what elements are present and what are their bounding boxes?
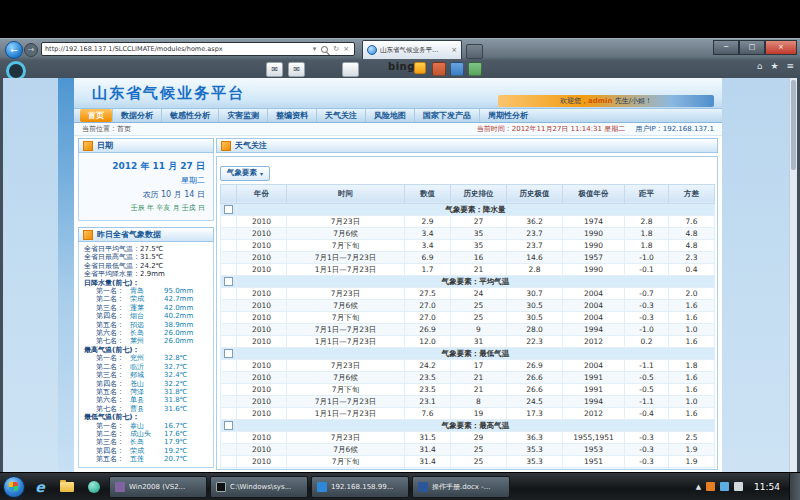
table-row[interactable]: 20107月下旬31.425 35.31951-0.31.9 [221, 455, 715, 467]
table-row[interactable]: 20107月1日—7月23日23.18 24.51994-1.11.0 [221, 395, 715, 407]
nav-item[interactable]: 首页 [80, 109, 112, 122]
tab-close-icon[interactable]: × [451, 46, 457, 54]
nav-item[interactable]: 数据分析 [112, 109, 161, 122]
address-bar[interactable]: http://192.168.137.1/SLCCLIMATE/modules/… [41, 42, 355, 56]
table-row[interactable]: 20107月1日—7月23日26.99 28.01994-1.01.0 [221, 323, 715, 335]
home-icon[interactable]: ⌂ [757, 61, 763, 71]
element-dropdown-button[interactable]: 气象要素 ▾ [220, 166, 270, 181]
stat-line: 全省日平均气温：27.5℃ [84, 245, 211, 253]
col-extreme-year: 极值年份 [563, 184, 625, 203]
table-row[interactable]: 20107月1日—7月23日6.916 14.61957-1.02.3 [221, 251, 715, 263]
explorer-taskbar-icon[interactable] [55, 476, 79, 498]
tray-icon-1[interactable] [706, 482, 715, 491]
tmax-rank-list: 第一名：兖州32.8℃ 第二名：临沂32.7℃ 第三名：郯城32.4℃ 第四名：… [84, 354, 211, 413]
rank-item: 第五名：五莲20.7℃ [84, 455, 211, 463]
page-scrollbar[interactable] [789, 78, 797, 472]
tray-expand-icon[interactable]: ▲ [696, 483, 701, 491]
windows-flag-icon [9, 482, 18, 491]
stop-icon[interactable]: × [341, 45, 351, 53]
close-button[interactable]: × [765, 40, 797, 55]
section-label: 气象要素：降水量 [237, 203, 715, 215]
media-taskbar-icon[interactable] [82, 476, 106, 498]
section-row-avg-temp[interactable]: 气象要素：平均气温 [221, 275, 715, 287]
row-select-cell [221, 407, 237, 419]
rank-station: 泰山 [130, 422, 164, 430]
table-row[interactable]: 20107月23日2.927 36.219742.87.6 [221, 215, 715, 227]
main-nav: 首页 数据分析 敏感性分析 灾害监测 整编资料 天气关注 风险地图 国家下发产品… [74, 108, 722, 123]
rank-item: 第一名：青岛95.0mm [84, 287, 211, 295]
nav-item[interactable]: 风险地图 [365, 109, 414, 122]
search-icon[interactable] [321, 46, 328, 53]
section-checkbox[interactable] [224, 349, 233, 358]
document-icon[interactable] [342, 62, 359, 77]
app-icon [115, 482, 125, 492]
toolbar-icon-3[interactable] [468, 62, 482, 76]
new-tab-button[interactable] [466, 44, 483, 59]
browser-chrome: ← → http://192.168.137.1/SLCCLIMATE/modu… [0, 38, 800, 78]
rank-station: 荣成 [130, 295, 164, 303]
mail-send-icon[interactable]: ✉ [288, 62, 305, 77]
table-row[interactable]: 20107月1日—7月23日31.59 33.01997-1.01.1 [221, 467, 715, 470]
tmax-rank-title: 最高气温(前七)： [84, 346, 211, 354]
nav-item[interactable]: 国家下发产品 [414, 109, 479, 122]
table-row[interactable]: 20101月1日—7月23日12.031 22.320120.21.6 [221, 335, 715, 347]
row-select-cell [221, 359, 237, 371]
calendar-icon [83, 141, 93, 151]
stat-value: 2.9mm [140, 270, 165, 278]
section-row-min-temp[interactable]: 气象要素：最低气温 [221, 347, 715, 359]
maximize-button[interactable]: □ [739, 40, 765, 55]
section-row-precipitation[interactable]: 气象要素：降水量 [221, 203, 715, 215]
mail-icon[interactable]: ✉ [266, 62, 283, 77]
browser-tab[interactable]: 山东省气候业务平... × [362, 40, 462, 59]
bing-logo[interactable]: bing [388, 61, 415, 72]
col-extreme: 历史极值 [507, 184, 563, 203]
minimize-button[interactable]: ─ [713, 40, 739, 55]
nav-item[interactable]: 敏感性分析 [161, 109, 218, 122]
ie-taskbar-icon[interactable]: e [28, 476, 52, 498]
taskbar-window-button[interactable]: C:\Windows\sys... [210, 476, 308, 498]
start-button[interactable] [3, 476, 25, 498]
section-row-max-temp[interactable]: 气象要素：最高气温 [221, 419, 715, 431]
show-desktop-button[interactable] [789, 473, 800, 500]
table-row[interactable]: 20107月6候23.521 26.61991-0.51.6 [221, 371, 715, 383]
rank-label: 第一名： [96, 287, 130, 295]
taskbar-window-button[interactable]: 操作手册.docx -... [412, 476, 510, 498]
section-checkbox[interactable] [224, 277, 233, 286]
toolbar-icon-1[interactable] [432, 62, 446, 76]
nav-item[interactable]: 整编资料 [267, 109, 316, 122]
taskbar-window-button[interactable]: Win2008 (VS2... [109, 476, 207, 498]
nav-item[interactable]: 天气关注 [316, 109, 365, 122]
table-row[interactable]: 20107月6候27.025 30.52004-0.31.6 [221, 299, 715, 311]
table-row[interactable]: 20107月23日31.529 36.31955,1951-0.32.5 [221, 431, 715, 443]
nav-item[interactable]: 灾害监测 [218, 109, 267, 122]
tray-icon-2[interactable] [720, 482, 729, 491]
favorites-icon[interactable]: ★ [770, 61, 778, 71]
table-row[interactable]: 20107月23日24.217 26.92004-1.11.8 [221, 359, 715, 371]
rank-label: 第六名： [96, 396, 130, 404]
address-dropdown-icon[interactable]: ▾ [311, 45, 319, 53]
table-row[interactable]: 20107月6候3.435 23.719901.84.8 [221, 227, 715, 239]
table-row[interactable]: 20107月下旬27.025 30.52004-0.31.6 [221, 311, 715, 323]
scrollbar-thumb[interactable] [791, 80, 796, 170]
nav-item[interactable]: 周期性分析 [479, 109, 536, 122]
back-button[interactable]: ← [5, 41, 23, 59]
window-button-label: 192.168.158.99... [331, 483, 393, 491]
section-checkbox[interactable] [224, 421, 233, 430]
forward-button[interactable]: → [24, 43, 38, 57]
rank-item: 第二名：临沂32.7℃ [84, 363, 211, 371]
table-row[interactable]: 20107月6候31.425 35.31953-0.31.9 [221, 443, 715, 455]
table-row[interactable]: 20107月下旬3.435 23.719901.84.8 [221, 239, 715, 251]
section-checkbox[interactable] [224, 205, 233, 214]
toolbar-icon-2[interactable] [450, 62, 464, 76]
table-row[interactable]: 20101月1日—7月23日1.721 2.81990-0.10.4 [221, 263, 715, 275]
taskbar-clock[interactable]: 11:54 [748, 482, 786, 492]
refresh-icon[interactable]: ↻ [331, 45, 341, 53]
breadcrumb-row: 当前位置：首页 当前时间：2012年11月27日 11:14:31 星期二 用户… [74, 123, 722, 136]
tools-icon[interactable]: ≡ [786, 61, 794, 71]
taskbar-window-button[interactable]: 192.168.158.99... [311, 476, 409, 498]
network-icon[interactable] [734, 482, 743, 491]
table-row[interactable]: 20107月23日27.524 30.72004-0.72.0 [221, 287, 715, 299]
table-row[interactable]: 20107月下旬23.521 26.61991-0.51.6 [221, 383, 715, 395]
bing-icon[interactable] [414, 62, 426, 74]
table-row[interactable]: 20101月1日—7月23日7.619 17.32012-0.41.6 [221, 407, 715, 419]
